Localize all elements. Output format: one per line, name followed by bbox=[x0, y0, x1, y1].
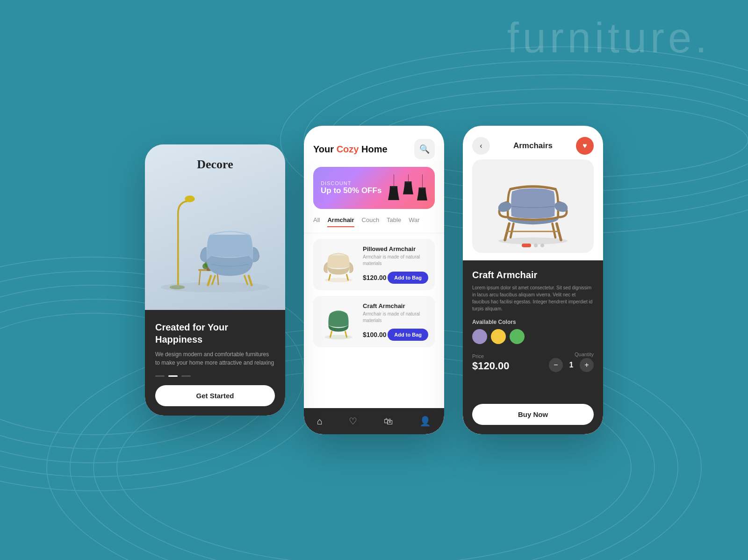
product-image-1 bbox=[320, 246, 357, 283]
product-detail-description: Lorem ipsum dolor sit amet consectetur. … bbox=[472, 284, 594, 312]
furniture-scene-illustration bbox=[152, 156, 278, 305]
price-quantity-row: Price $120.00 Quantity − 1 + bbox=[472, 352, 594, 372]
quantity-value: 1 bbox=[567, 361, 576, 369]
color-swatch-green[interactable] bbox=[510, 329, 525, 344]
screen-product-detail: ‹ Armchairs ♥ bbox=[463, 126, 603, 434]
craft-armchair-detail-img bbox=[477, 165, 589, 247]
lamp-shade-3 bbox=[417, 187, 427, 201]
nav-home-icon[interactable]: ⌂ bbox=[317, 416, 323, 427]
product-name-1: Pillowed Armchair bbox=[363, 245, 428, 252]
dot-1 bbox=[155, 375, 165, 377]
welcome-dots bbox=[155, 375, 275, 377]
tab-all[interactable]: All bbox=[313, 216, 320, 227]
product-price-2: $100.00 bbox=[363, 331, 387, 338]
bottom-navigation: ⌂ ♡ 🛍 👤 bbox=[304, 408, 444, 434]
heart-icon: ♥ bbox=[583, 142, 587, 150]
product-info-1: Pillowed Armchair Armchair is made of na… bbox=[363, 245, 428, 284]
lamp-cord-2 bbox=[408, 174, 409, 181]
nav-user-icon[interactable]: 👤 bbox=[419, 416, 431, 427]
discount-value: Up to 50% OFFs bbox=[321, 186, 381, 195]
color-swatch-purple[interactable] bbox=[472, 329, 487, 344]
buy-now-button[interactable]: Buy Now bbox=[472, 404, 594, 425]
tab-table[interactable]: Table bbox=[387, 216, 401, 227]
color-swatches bbox=[472, 329, 594, 344]
image-carousel-dots bbox=[522, 244, 544, 247]
screens-container: Decore bbox=[145, 126, 603, 434]
product-info-2: Craft Armchair Armchair is made of natur… bbox=[363, 302, 428, 341]
product-footer-1: $120.00 Add to Bag bbox=[363, 272, 428, 284]
get-started-button[interactable]: Get Started bbox=[155, 385, 275, 406]
tab-couch[interactable]: Couch bbox=[362, 216, 380, 227]
pendant-lamps bbox=[388, 174, 427, 201]
product-desc-2: Armchair is made of natural materials bbox=[363, 311, 428, 324]
product-image-area bbox=[472, 159, 594, 253]
colors-section-label: Available Colors bbox=[472, 319, 594, 325]
nav-bag-icon[interactable]: 🛍 bbox=[384, 416, 393, 427]
img-dot-1[interactable] bbox=[522, 244, 531, 247]
pendant-lamp-1 bbox=[388, 174, 399, 201]
product-name-2: Craft Armchair bbox=[363, 302, 428, 309]
price-label: Price bbox=[472, 353, 510, 359]
welcome-image-area: Decore bbox=[145, 144, 285, 310]
favorite-button[interactable]: ♥ bbox=[576, 137, 594, 155]
tab-wardobe[interactable]: War bbox=[409, 216, 419, 227]
lamp-cord-3 bbox=[422, 174, 423, 187]
svg-line-39 bbox=[346, 333, 346, 334]
search-icon: 🔍 bbox=[419, 144, 430, 154]
quantity-controls: − 1 + bbox=[549, 358, 594, 372]
price-section: Price $120.00 bbox=[472, 353, 510, 372]
discount-label: DISCOUNT bbox=[321, 180, 381, 186]
quantity-increase-button[interactable]: + bbox=[580, 358, 594, 372]
quantity-label: Quantity bbox=[549, 352, 594, 357]
product-detail-info: Craft Armchair Lorem ipsum dolor sit ame… bbox=[463, 260, 603, 434]
dot-2 bbox=[168, 375, 178, 377]
detail-header: ‹ Armchairs ♥ bbox=[463, 126, 603, 159]
product-card-1[interactable]: Pillowed Armchair Armchair is made of na… bbox=[313, 239, 435, 290]
welcome-description: We design modern and comfortable furnitu… bbox=[155, 350, 275, 367]
title-cozy: Cozy bbox=[337, 144, 359, 154]
pendant-lamp-2 bbox=[403, 174, 413, 195]
welcome-bottom-panel: Created for Your Happiness We design mod… bbox=[145, 310, 285, 416]
catalog-title: Your Cozy Home bbox=[313, 144, 388, 155]
welcome-heading: Created for Your Happiness bbox=[155, 321, 275, 345]
pillowed-armchair-img bbox=[320, 246, 357, 283]
price-value: $120.00 bbox=[472, 360, 510, 372]
svg-line-44 bbox=[553, 223, 555, 237]
products-list: Pillowed Armchair Armchair is made of na… bbox=[304, 233, 444, 408]
category-tabs: All Armchair Couch Table War bbox=[304, 216, 444, 233]
search-button[interactable]: 🔍 bbox=[414, 139, 435, 159]
tab-armchair[interactable]: Armchair bbox=[327, 216, 354, 227]
product-card-2[interactable]: Craft Armchair Armchair is made of natur… bbox=[313, 296, 435, 347]
title-your: Your bbox=[313, 144, 337, 154]
svg-point-40 bbox=[498, 237, 568, 244]
title-home: Home bbox=[359, 144, 387, 154]
quantity-section: Quantity − 1 + bbox=[549, 352, 594, 372]
color-swatch-yellow[interactable] bbox=[491, 329, 506, 344]
screen-welcome: Decore bbox=[145, 144, 285, 416]
svg-line-43 bbox=[511, 223, 513, 237]
product-price-1: $120.00 bbox=[363, 274, 387, 281]
detail-page-title: Armchairs bbox=[513, 141, 553, 151]
svg-line-38 bbox=[331, 333, 331, 334]
product-image-2 bbox=[320, 303, 357, 340]
img-dot-3[interactable] bbox=[540, 244, 544, 247]
back-button[interactable]: ‹ bbox=[472, 137, 490, 155]
back-icon: ‹ bbox=[480, 142, 482, 150]
svg-point-35 bbox=[325, 335, 352, 339]
quantity-decrease-button[interactable]: − bbox=[549, 358, 563, 372]
pendant-lamp-3 bbox=[417, 174, 427, 201]
lamp-shade-2 bbox=[403, 181, 413, 195]
screen-catalog: Your Cozy Home 🔍 DISCOUNT Up to 50% OFFs bbox=[304, 126, 444, 434]
svg-point-15 bbox=[170, 285, 185, 289]
decore-brand-title: Decore bbox=[145, 158, 285, 172]
add-to-bag-button-1[interactable]: Add to Bag bbox=[388, 272, 428, 284]
lamp-cord-1 bbox=[394, 174, 394, 186]
promo-banner[interactable]: DISCOUNT Up to 50% OFFs bbox=[313, 167, 435, 209]
add-to-bag-button-2[interactable]: Add to Bag bbox=[388, 329, 428, 341]
nav-heart-icon[interactable]: ♡ bbox=[349, 416, 357, 427]
banner-text: DISCOUNT Up to 50% OFFs bbox=[321, 180, 381, 195]
catalog-header: Your Cozy Home 🔍 bbox=[304, 126, 444, 167]
img-dot-2[interactable] bbox=[534, 244, 538, 247]
craft-armchair-img bbox=[320, 303, 357, 340]
product-desc-1: Armchair is made of natural materials bbox=[363, 254, 428, 267]
